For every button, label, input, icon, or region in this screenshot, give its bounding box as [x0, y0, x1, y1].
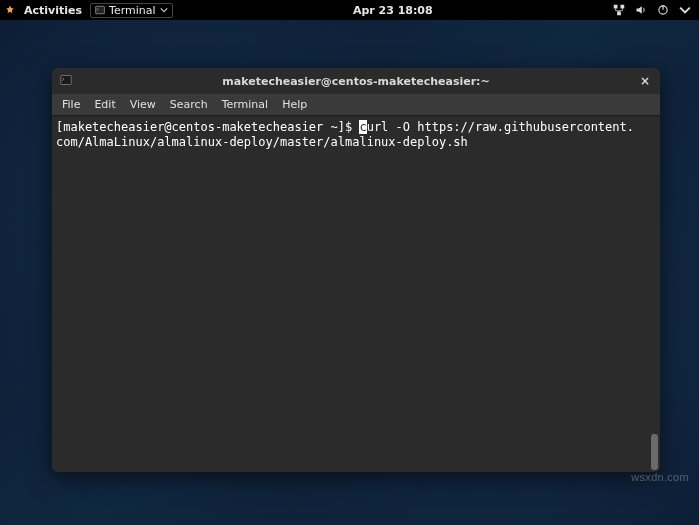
- window-app-icon: [60, 74, 72, 86]
- svg-rect-5: [662, 5, 663, 10]
- svg-rect-2: [621, 5, 625, 9]
- command-text: url -O https://raw.githubusercontent.: [367, 120, 634, 134]
- svg-rect-6: [61, 76, 72, 85]
- terminal-scrollbar-thumb[interactable]: [651, 434, 658, 470]
- places-icon[interactable]: [4, 4, 16, 16]
- command-text: com/AlmaLinux/almalinux-deploy/master/al…: [56, 135, 468, 149]
- active-app-label: Terminal: [109, 4, 156, 17]
- window-close-button[interactable]: ×: [636, 72, 654, 90]
- activities-button[interactable]: Activities: [24, 4, 82, 17]
- system-menu-chevron-icon[interactable]: [679, 4, 691, 16]
- power-icon[interactable]: [657, 4, 669, 16]
- volume-icon[interactable]: [635, 4, 647, 16]
- menu-view[interactable]: View: [130, 98, 156, 111]
- clock[interactable]: Apr 23 18:08: [353, 4, 433, 17]
- active-app-indicator[interactable]: Terminal: [90, 3, 173, 18]
- terminal-viewport[interactable]: [maketecheasier@centos-maketecheasier ~]…: [52, 116, 660, 472]
- network-icon[interactable]: [613, 4, 625, 16]
- window-title: maketecheasier@centos-maketecheasier:~: [222, 75, 489, 88]
- terminal-line: [maketecheasier@centos-maketecheasier ~]…: [56, 120, 654, 135]
- terminal-app-icon: [95, 5, 105, 15]
- active-app-chevron-icon: [160, 6, 168, 14]
- menu-file[interactable]: File: [62, 98, 80, 111]
- svg-rect-3: [617, 12, 621, 16]
- terminal-window: maketecheasier@centos-maketecheasier:~ ×…: [52, 68, 660, 472]
- window-titlebar[interactable]: maketecheasier@centos-maketecheasier:~ ×: [52, 68, 660, 94]
- terminal-menubar: File Edit View Search Terminal Help: [52, 94, 660, 116]
- gnome-top-bar: Activities Terminal Apr 23 18:08: [0, 0, 699, 20]
- svg-rect-0: [96, 6, 105, 14]
- menu-help[interactable]: Help: [282, 98, 307, 111]
- svg-rect-1: [614, 5, 618, 9]
- terminal-line: com/AlmaLinux/almalinux-deploy/master/al…: [56, 135, 654, 150]
- shell-prompt: [maketecheasier@centos-maketecheasier ~]…: [56, 120, 359, 134]
- terminal-cursor: c: [359, 120, 366, 134]
- menu-search[interactable]: Search: [170, 98, 208, 111]
- menu-terminal[interactable]: Terminal: [222, 98, 269, 111]
- watermark-text: wsxdn.com: [631, 471, 689, 483]
- menu-edit[interactable]: Edit: [94, 98, 115, 111]
